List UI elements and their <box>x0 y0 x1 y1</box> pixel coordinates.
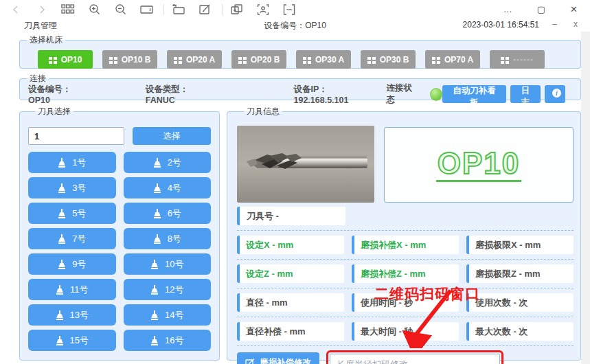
machine-button-row: OP10 OP10 B OP20 A OP20 B OP30 A OP30 B <box>20 46 580 69</box>
tool-button-8[interactable]: 8号 <box>124 228 212 249</box>
tool-bit-icon <box>58 183 66 193</box>
field-set-x: 设定X - mm <box>237 236 344 254</box>
tool-bit-icon <box>56 310 64 320</box>
field-wear-comp-z: 磨损补偿Z - mm <box>352 264 459 283</box>
tool-button-6[interactable]: 6号 <box>124 203 212 224</box>
tool-bit-icon <box>150 310 159 320</box>
scan-modify-input[interactable] <box>330 354 500 364</box>
field-wear-comp-x: 磨损补偿X - mm <box>352 236 459 254</box>
machine-button-op30a[interactable]: OP30 A <box>296 50 351 69</box>
datetime-label: 2023-03-01 16:54:51 <box>463 20 539 30</box>
tool-button-16[interactable]: 16号 <box>124 330 212 351</box>
machine-label-text: OP10 <box>436 148 522 182</box>
back-icon[interactable] <box>7 2 25 17</box>
field-diameter-comp: 直径补偿 - mm <box>237 322 344 341</box>
tool-select-group: 刀具选择 选择 1号 2号 3号 4号 5号 6号 7号 8号 9号 10号 1… <box>19 106 220 361</box>
tool-button-5[interactable]: 5号 <box>28 203 116 224</box>
field-row-2: 设定Z - mm 磨损补偿Z - mm 磨损极限Z - mm <box>237 259 574 283</box>
field-max-time: 最大时间 - 秒 <box>352 322 459 341</box>
tool-button-9[interactable]: 9号 <box>28 253 116 275</box>
tool-bit-icon <box>150 336 159 345</box>
tool-bit-icon <box>58 209 66 218</box>
device-type-label: 设备类型：FANUC <box>146 84 217 105</box>
zoom-out-icon[interactable] <box>111 2 129 17</box>
machine-label-box: OP10 <box>384 127 574 203</box>
info-button[interactable]: i <box>545 85 565 103</box>
tool-button-7[interactable]: 7号 <box>28 228 116 249</box>
maximize-icon[interactable]: ▢ <box>537 4 545 14</box>
tool-button-2[interactable]: 2号 <box>124 152 212 173</box>
tool-button-10[interactable]: 10号 <box>124 253 212 275</box>
tool-button-15[interactable]: 15号 <box>28 330 116 351</box>
field-set-z: 设定Z - mm <box>237 264 344 283</box>
app-window: … ▢ ✕ 刀具管理 设备编号：OP10 2023-03-01 16:54:51… <box>0 0 590 364</box>
window-close-icon[interactable]: x <box>574 19 578 29</box>
field-wear-limit-x: 磨损极限X - mm <box>466 236 574 254</box>
tool-bit-icon <box>150 285 159 295</box>
tool-bit-icon <box>153 209 161 218</box>
copy-add-icon[interactable] <box>228 2 246 17</box>
tool-bit-icon <box>56 336 64 345</box>
tool-bit-icon <box>153 234 161 244</box>
monitor-icon[interactable] <box>137 2 155 17</box>
code-scan-icon[interactable] <box>280 2 298 17</box>
close-icon[interactable]: ✕ <box>570 4 578 14</box>
grid-icon[interactable] <box>59 2 77 17</box>
tool-button-13[interactable]: 13号 <box>28 304 116 326</box>
new-window-icon[interactable] <box>170 2 188 17</box>
tool-bit-icon <box>153 183 161 193</box>
tool-button-4[interactable]: 4号 <box>124 177 212 198</box>
field-max-count: 最大次数 - 次 <box>466 322 574 341</box>
tool-button-12[interactable]: 12号 <box>124 279 212 300</box>
tool-select-legend: 刀具选择 <box>35 106 73 117</box>
minimize-icon[interactable]: – <box>552 19 557 29</box>
machine-button-op20b[interactable]: OP20 B <box>231 50 286 69</box>
machine-button-op70a[interactable]: OP70 A <box>425 50 480 69</box>
auto-toolcomp-board-button[interactable]: 自动刀补看板 <box>442 85 506 103</box>
machine-button-op30b[interactable]: OP30 B <box>361 50 416 69</box>
field-diameter: 直径 - mm <box>237 293 344 312</box>
status-indicator <box>430 88 443 101</box>
wear-comp-modify-button[interactable]: 磨损补偿修改 <box>237 352 319 364</box>
field-row-4: 直径补偿 - mm 最大时间 - 秒 最大次数 - 次 <box>237 317 574 341</box>
machine-select-legend: 选择机床 <box>27 34 65 46</box>
tool-button-11[interactable]: 11号 <box>28 279 116 300</box>
connection-status-label: 连接状态 <box>386 82 420 106</box>
machine-button-op10b[interactable]: OP10 B <box>102 50 157 69</box>
device-no-label: 设备编号：OP10 <box>28 84 92 105</box>
log-button[interactable]: 日志 <box>510 85 541 103</box>
annotation-label: 二维码扫码窗口 <box>374 284 512 304</box>
grid-glyph-icon <box>109 56 117 63</box>
tool-bit-icon <box>58 260 66 269</box>
toolbar: … ▢ ✕ <box>0 0 590 19</box>
zoom-in-icon[interactable] <box>85 2 103 17</box>
tool-button-14[interactable]: 14号 <box>124 304 212 326</box>
title-row: 刀具管理 设备编号：OP10 2023-03-01 16:54:51 – x <box>0 19 590 32</box>
toolbar-divider <box>163 4 164 15</box>
select-button[interactable]: 选择 <box>133 127 211 145</box>
tool-bit-icon <box>153 158 161 168</box>
edit-icon[interactable] <box>196 2 214 17</box>
tool-bit-icon <box>58 158 66 168</box>
toolbar-divider <box>222 4 223 15</box>
machine-select-group: 选择机床 OP10 OP10 B OP20 A OP20 B OP30 A <box>19 34 581 69</box>
tool-number-input[interactable] <box>28 127 124 145</box>
tool-button-3[interactable]: 3号 <box>28 177 116 198</box>
connection-legend: 连接 <box>27 73 49 84</box>
grid-glyph-icon <box>432 56 440 63</box>
machine-button-op10[interactable]: OP10 <box>38 50 93 69</box>
tool-bit-icon <box>58 234 66 244</box>
forward-icon[interactable] <box>33 2 51 17</box>
tool-button-1[interactable]: 1号 <box>28 152 116 173</box>
machine-button-op20a[interactable]: OP20 A <box>167 50 222 69</box>
right-gutter <box>581 32 590 364</box>
more-icon[interactable]: … <box>503 4 512 14</box>
user-scan-icon[interactable] <box>254 2 272 17</box>
tool-bit-icon <box>56 285 64 295</box>
qr-scan-highlight <box>326 350 503 364</box>
machine-button-empty[interactable]: ------ <box>490 50 545 69</box>
grid-glyph-icon <box>174 56 182 63</box>
grid-glyph-icon <box>49 56 57 63</box>
grid-glyph-icon <box>367 56 376 63</box>
tool-button-grid: 1号 2号 3号 4号 5号 6号 7号 8号 9号 10号 11号 12号 1… <box>28 152 211 351</box>
